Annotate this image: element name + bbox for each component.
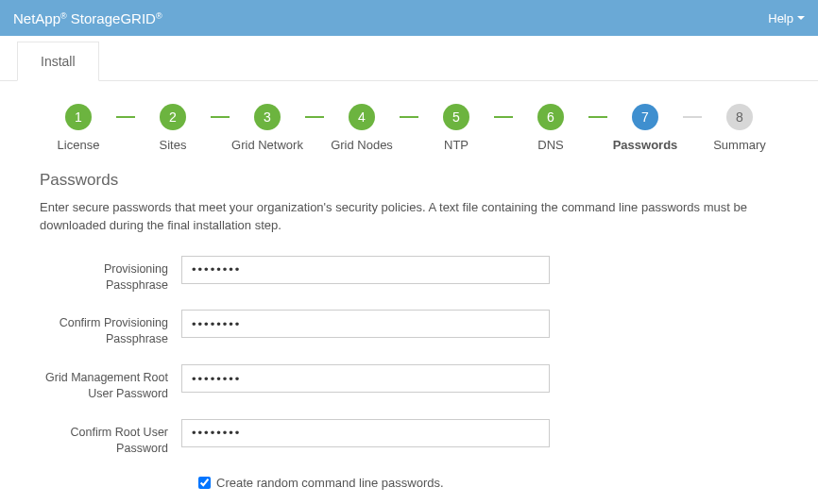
- tab-install-label: Install: [41, 54, 76, 69]
- label-random-cli[interactable]: Create random command line passwords.: [216, 476, 444, 490]
- step-label: NTP: [418, 138, 494, 152]
- input-provisioning-passphrase[interactable]: [181, 256, 550, 284]
- registered-icon: ®: [156, 11, 162, 21]
- step-connector: [400, 116, 418, 118]
- tab-install[interactable]: Install: [17, 42, 99, 81]
- row-confirm-provisioning-passphrase: Confirm Provisioning Passphrase: [40, 310, 778, 347]
- label-root-password: Grid Management Root User Password: [40, 364, 181, 402]
- step-sites[interactable]: 2Sites: [135, 104, 211, 152]
- chevron-down-icon: [797, 16, 805, 20]
- input-confirm-provisioning-passphrase[interactable]: [181, 310, 550, 338]
- step-connector: [116, 116, 135, 118]
- brand: NetApp® StorageGRID®: [13, 10, 162, 26]
- step-label: DNS: [513, 138, 588, 152]
- help-menu[interactable]: Help: [768, 11, 805, 25]
- row-root-password: Grid Management Root User Password: [40, 364, 778, 402]
- input-confirm-root-password[interactable]: [181, 419, 550, 447]
- label-provisioning-passphrase: Provisioning Passphrase: [40, 256, 181, 294]
- step-label: Summary: [702, 138, 777, 152]
- brand-product: StorageGRID: [71, 10, 156, 26]
- step-circle: 2: [160, 104, 186, 130]
- step-connector: [211, 116, 230, 118]
- step-grid-network[interactable]: 3Grid Network: [230, 104, 305, 152]
- stepper: 1License2Sites3Grid Network4Grid Nodes5N…: [12, 104, 806, 152]
- checkbox-random-cli[interactable]: [198, 477, 211, 489]
- step-circle: 8: [726, 104, 753, 130]
- step-circle: 4: [349, 104, 375, 130]
- step-circle: 7: [632, 104, 658, 130]
- step-connector: [305, 116, 324, 118]
- step-summary[interactable]: 8Summary: [702, 104, 777, 152]
- step-grid-nodes[interactable]: 4Grid Nodes: [324, 104, 400, 152]
- step-connector: [683, 116, 702, 118]
- step-connector: [494, 116, 513, 118]
- step-circle: 3: [254, 104, 281, 130]
- top-bar: NetApp® StorageGRID® Help: [0, 0, 818, 36]
- step-connector: [588, 116, 607, 118]
- label-confirm-provisioning-passphrase: Confirm Provisioning Passphrase: [40, 310, 181, 347]
- tabs-row: Install: [0, 36, 818, 81]
- step-label: Grid Network: [230, 138, 305, 152]
- step-license[interactable]: 1License: [41, 104, 116, 152]
- step-circle: 6: [537, 104, 564, 130]
- label-confirm-root-password: Confirm Root User Password: [40, 419, 181, 457]
- help-label: Help: [768, 11, 793, 25]
- row-random-cli: Create random command line passwords.: [195, 474, 778, 492]
- step-label: License: [41, 138, 116, 152]
- step-label: Grid Nodes: [324, 138, 400, 152]
- section-title: Passwords: [40, 171, 778, 190]
- step-passwords[interactable]: 7Passwords: [607, 104, 683, 152]
- content: Passwords Enter secure passwords that me…: [0, 171, 818, 504]
- step-label: Passwords: [607, 138, 683, 152]
- step-label: Sites: [135, 138, 211, 152]
- row-confirm-root-password: Confirm Root User Password: [40, 419, 778, 457]
- row-provisioning-passphrase: Provisioning Passphrase: [40, 256, 778, 294]
- step-circle: 5: [443, 104, 469, 130]
- brand-company: NetApp: [13, 10, 60, 26]
- step-dns[interactable]: 6DNS: [513, 104, 588, 152]
- registered-icon: ®: [60, 11, 67, 21]
- step-ntp[interactable]: 5NTP: [418, 104, 494, 152]
- step-circle: 1: [65, 104, 92, 130]
- section-description: Enter secure passwords that meet your or…: [40, 199, 778, 235]
- input-root-password[interactable]: [181, 364, 550, 393]
